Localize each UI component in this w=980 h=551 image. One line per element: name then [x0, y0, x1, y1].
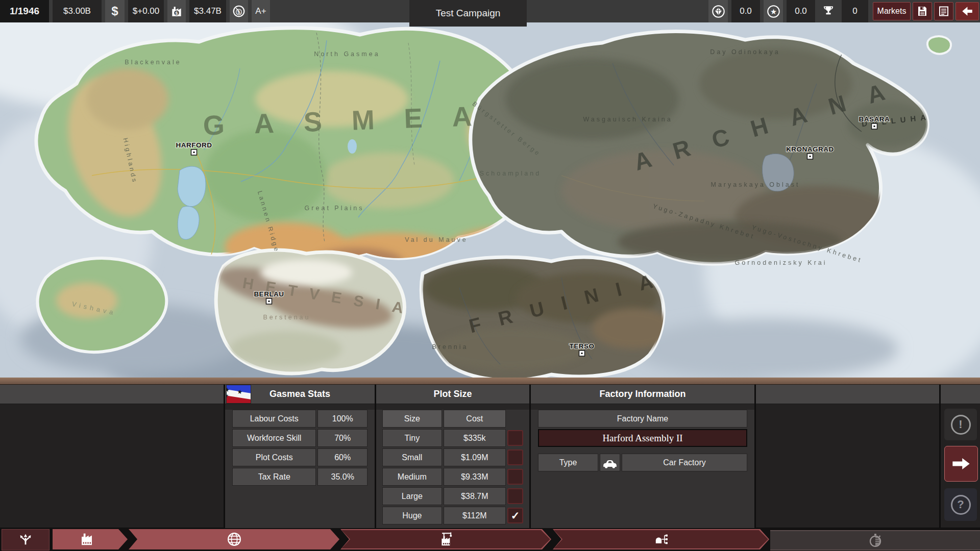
map-label: Gornodenizsky Krai [734, 259, 827, 266]
section-empty-left [0, 385, 224, 528]
bottom-tab-bar [0, 528, 980, 551]
svg-text:TERSO: TERSO [569, 342, 594, 350]
plot-size-cost: $335k [444, 429, 506, 447]
star-score-icon: ★ [764, 0, 783, 22]
section-side-buttons: ! ? [941, 385, 980, 528]
plot-size-cost: $9.33M [444, 468, 506, 486]
stat-label: Tax Rate [232, 468, 316, 486]
tab-world[interactable] [129, 529, 339, 549]
section-empty-right [756, 385, 939, 528]
map-label: Brennia [432, 343, 468, 350]
plot-size-name: Medium [382, 468, 442, 486]
vehicle-tree-icon [652, 532, 670, 547]
factory-type-value: Car Factory [622, 454, 747, 471]
tab-vehicle-lineup[interactable] [553, 529, 769, 549]
junction-icon [18, 532, 33, 548]
star-score-value: 0.0 [787, 0, 815, 22]
campaign-title: Test Campaign [409, 0, 527, 27]
globe-icon [227, 532, 242, 547]
gem-score-value: 0.0 [731, 0, 760, 22]
factory-icon [79, 532, 94, 547]
company-value: $3.47B [189, 0, 226, 22]
plot-size-name: Small [382, 448, 442, 466]
svg-text:$: $ [176, 11, 178, 16]
svg-text:HARFORD: HARFORD [176, 141, 212, 149]
plot-size-name: Huge [382, 507, 442, 524]
factory-name-label: Factory Name [538, 410, 747, 428]
map-label: Berstenau [263, 314, 311, 321]
stat-label: Labour Costs [232, 410, 316, 428]
save-button[interactable] [913, 2, 932, 20]
alert-button[interactable]: ! [944, 409, 977, 440]
factory-name-input[interactable] [538, 429, 747, 447]
map-label: Val du Mauve [405, 236, 468, 243]
plot-col-size: Size [382, 410, 442, 428]
map-label: North Gasmea [314, 51, 380, 58]
region-stats-title: Gasmea Stats [270, 389, 330, 399]
plot-size-checkbox-large[interactable] [507, 488, 523, 504]
plot-size-checkbox-medium[interactable] [507, 469, 523, 485]
arrow-right-icon [951, 456, 971, 471]
reports-button[interactable] [934, 2, 953, 20]
stat-value: 60% [317, 448, 368, 466]
company-value-icon: $ [167, 0, 186, 22]
finance-gauge-icon: $ [230, 0, 248, 22]
stat-label: Plot Costs [232, 448, 316, 466]
stat-value: 100% [317, 410, 368, 428]
construction-factory-icon [438, 531, 454, 547]
plot-size-checkbox-small[interactable] [507, 449, 523, 465]
map-label: Day Odinokaya [710, 48, 780, 56]
exclamation-icon: ! [959, 418, 962, 431]
stopwatch-icon [868, 533, 883, 548]
plot-size-cost: $112M [444, 507, 506, 524]
tab-turn-timer[interactable] [770, 530, 980, 550]
world-map[interactable]: GASMEA ARCHANA FRUINIA HETVESIA DALLUHA … [0, 22, 980, 378]
map-label: Schoampland [480, 170, 541, 177]
money-icon: $ [105, 0, 125, 22]
plot-col-cost: Cost [444, 410, 506, 428]
plot-size-cost: $1.09M [444, 448, 506, 466]
credit-rating: A+ [252, 0, 270, 22]
panel-divider-bar [0, 378, 980, 385]
check-icon: ✓ [511, 510, 520, 522]
markets-button[interactable]: Markets [873, 2, 911, 20]
factory-info-title: Factory Information [599, 389, 685, 399]
gasmea-flag: ★ ★ ★ [227, 385, 251, 403]
proceed-button[interactable] [944, 446, 978, 482]
map-label: Blackenvale [125, 59, 181, 66]
game-date: 1/1946 [0, 0, 49, 22]
plot-size-cost: $38.7M [444, 487, 506, 505]
tab-construction[interactable] [340, 529, 551, 549]
svg-text:KRONAGRAD: KRONAGRAD [786, 145, 834, 153]
flag-stars: ★ ★ ★ [227, 389, 251, 400]
tab-factories[interactable] [53, 529, 128, 549]
factory-type-label: Type [538, 454, 598, 471]
plot-size-name: Tiny [382, 429, 442, 447]
trophy-icon [819, 0, 838, 22]
svg-text:★: ★ [770, 7, 776, 15]
back-button[interactable] [955, 2, 979, 20]
plot-size-title: Plot Size [433, 389, 472, 399]
car-icon [600, 454, 620, 471]
svg-text:BASARA: BASARA [859, 115, 890, 123]
svg-text:BERLAU: BERLAU [254, 290, 284, 298]
gem-score-icon [708, 0, 728, 22]
plot-size-name: Large [382, 487, 442, 505]
help-button[interactable]: ? [944, 488, 977, 521]
plot-size-checkbox-tiny[interactable] [507, 430, 523, 446]
stat-value: 35.0% [317, 468, 368, 486]
section-plot-size: Plot Size Size Cost Tiny $335k Small $1.… [376, 385, 529, 528]
trophy-count: 0 [842, 0, 868, 22]
cash-value: $3.00B [53, 0, 102, 22]
stat-value: 70% [317, 429, 368, 447]
map-label: Great Plains [305, 205, 364, 212]
plot-size-checkbox-huge[interactable]: ✓ [507, 508, 523, 523]
map-label: Maryaskaya Oblast [711, 181, 800, 188]
section-factory-info: Factory Information Factory Name Type Ca… [531, 385, 754, 528]
cash-change: $+0.00 [128, 0, 164, 22]
map-label: Wasgauisch Kraina [583, 116, 672, 123]
question-icon: ? [957, 498, 964, 511]
stat-label: Workforce Skill [232, 429, 316, 447]
section-region-stats: ★ ★ ★ Gasmea Stats Labour Costs 100% Wor… [225, 385, 375, 528]
tab-junction[interactable] [2, 529, 50, 550]
